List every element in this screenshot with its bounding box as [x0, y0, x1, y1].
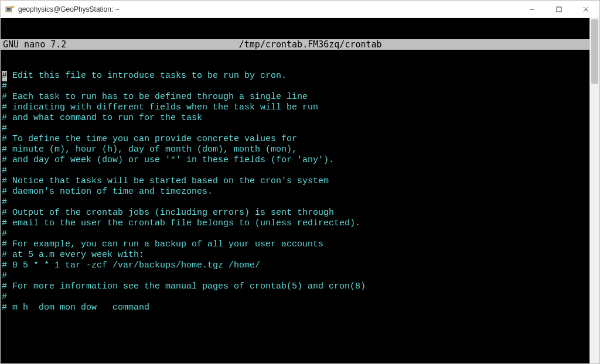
editor-line: # and what command to run for the task — [2, 113, 589, 123]
cursor: # — [2, 71, 7, 81]
editor-line: # and day of week (dow) or use '*' in th… — [2, 155, 589, 166]
editor-line: # For more information see the manual pa… — [2, 281, 589, 292]
editor-line: # Each task to run has to be defined thr… — [2, 92, 589, 102]
editor-line: # — [2, 81, 589, 92]
terminal-wrap: GNU nano 7.2 /tmp/crontab.FM36zq/crontab… — [1, 18, 599, 363]
editor-line: # indicating with different fields when … — [2, 102, 589, 113]
editor-line: # email to the user the crontab file bel… — [2, 218, 589, 229]
editor-line: # — [2, 229, 589, 239]
close-button[interactable] — [572, 1, 599, 18]
editor-line: # 0 5 * * 1 tar -zcf /var/backups/home.t… — [2, 260, 589, 271]
editor-line: # Output of the crontab jobs (including … — [2, 208, 589, 218]
scrollbar-thumb[interactable] — [591, 19, 598, 84]
nano-filepath: /tmp/crontab.FM36zq/crontab — [66, 39, 554, 50]
svg-rect-4 — [557, 7, 561, 12]
terminal[interactable]: GNU nano 7.2 /tmp/crontab.FM36zq/crontab… — [1, 18, 589, 363]
editor-line: # Notice that tasks will be started base… — [2, 176, 589, 187]
editor-line: # Edit this file to introduce tasks to b… — [2, 71, 589, 81]
nano-app-label: GNU nano 7.2 — [1, 39, 66, 50]
app-window: geophysics@GeoPhysStation: ~ GNU nano 7.… — [0, 0, 600, 364]
editor-line: # at 5 a.m every week with: — [2, 250, 589, 260]
maximize-button[interactable] — [546, 1, 572, 18]
window-title: geophysics@GeoPhysStation: ~ — [18, 5, 120, 13]
editor-line: # — [2, 292, 589, 303]
nano-shortcuts: ^GHelp^OWrite Out^WWhere Is^KCut^TExecut… — [1, 342, 589, 363]
editor-line: # For example, you can run a backup of a… — [2, 239, 589, 250]
titlebar[interactable]: geophysics@GeoPhysStation: ~ — [1, 1, 599, 18]
svg-line-2 — [12, 6, 14, 8]
editor-line: # — [2, 271, 589, 281]
editor-line: # — [2, 166, 589, 176]
putty-icon — [5, 5, 15, 14]
editor-line: # To define the time you can provide con… — [2, 134, 589, 145]
editor-line: # — [2, 123, 589, 134]
editor-line: # — [2, 197, 589, 208]
vertical-scrollbar[interactable] — [589, 18, 599, 363]
editor-line: # minute (m), hour (h), day of month (do… — [2, 145, 589, 155]
nano-header: GNU nano 7.2 /tmp/crontab.FM36zq/crontab — [1, 39, 589, 50]
editor-content[interactable]: # Edit this file to introduce tasks to b… — [1, 71, 589, 313]
svg-rect-1 — [7, 8, 11, 11]
editor-line: # daemon's notion of time and timezones. — [2, 187, 589, 197]
minimize-button[interactable] — [519, 1, 546, 18]
editor-line: # m h dom mon dow command — [2, 303, 589, 313]
